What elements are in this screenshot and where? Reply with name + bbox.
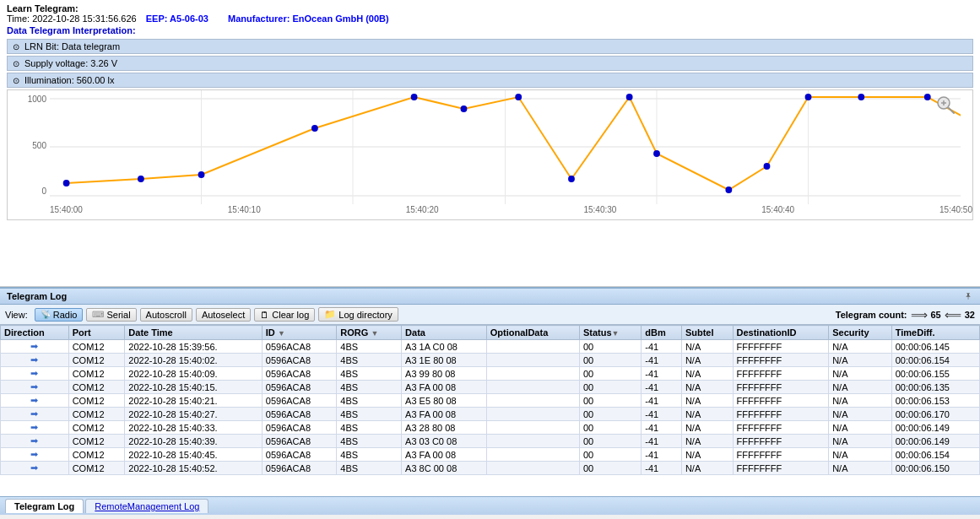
supply-voltage-row[interactable]: ⊙ Supply voltage: 3.26 V xyxy=(7,56,973,71)
autoselect-label: Autoselect xyxy=(202,310,245,320)
table-cell xyxy=(486,381,579,394)
serial-button[interactable]: ⌨ Serial xyxy=(86,308,136,322)
lrn-bit-row[interactable]: ⊙ LRN Bit: Data telegram xyxy=(7,39,973,54)
log-directory-label: Log directory xyxy=(338,310,393,320)
bottom-tabs: Telegram Log RemoteManagement Log xyxy=(0,496,980,515)
table-cell: 00 xyxy=(579,354,641,367)
radio-icon: 📡 xyxy=(41,310,51,319)
col-subtel[interactable]: Subtel xyxy=(681,326,733,340)
autoselect-button[interactable]: Autoselect xyxy=(196,308,251,322)
col-security[interactable]: Security xyxy=(829,326,892,340)
svg-point-9 xyxy=(138,176,144,182)
table-cell: 2022-10-28 15:40:33. xyxy=(125,421,262,435)
table-container[interactable]: Direction Port Date Time ID ▼ RORG ▼ Dat… xyxy=(0,325,980,496)
table-cell: FFFFFFFF xyxy=(733,408,829,421)
col-dbm[interactable]: dBm xyxy=(642,326,682,340)
table-cell: N/A xyxy=(829,408,892,421)
learn-telegram-section: Learn Telegram: Time: 2022-10-28 15:31:5… xyxy=(7,3,973,35)
table-row[interactable]: ➡COM122022-10-28 15:40:39.0596ACA84BSA3 … xyxy=(1,435,980,448)
col-data[interactable]: Data xyxy=(402,326,487,340)
table-cell: 00:00:06.149 xyxy=(891,421,979,435)
table-cell xyxy=(486,435,579,448)
radio-button[interactable]: 📡 Radio xyxy=(35,308,84,322)
table-cell: 00 xyxy=(579,435,641,448)
table-cell: 0596ACA8 xyxy=(262,354,337,367)
table-row[interactable]: ➡COM122022-10-28 15:40:33.0596ACA84BSA3 … xyxy=(1,421,980,435)
col-optional[interactable]: OptionalData xyxy=(486,326,579,340)
table-cell: N/A xyxy=(681,462,733,475)
col-datetime[interactable]: Date Time xyxy=(125,326,262,340)
table-cell: 00:00:06.149 xyxy=(891,435,979,448)
table-cell: N/A xyxy=(829,367,892,381)
autoscroll-label: Autoscroll xyxy=(146,310,187,320)
table-row[interactable]: ➡COM122022-10-28 15:40:45.0596ACA84BSA3 … xyxy=(1,448,980,462)
table-cell xyxy=(486,408,579,421)
table-cell: ➡ xyxy=(1,462,69,475)
table-cell: N/A xyxy=(681,408,733,421)
svg-point-18 xyxy=(725,187,732,193)
col-id[interactable]: ID ▼ xyxy=(262,326,337,340)
view-label: View: xyxy=(5,310,28,320)
table-row[interactable]: ➡COM122022-10-28 15:39:56.0596ACA84BSA3 … xyxy=(1,340,980,354)
col-dest[interactable]: DestinationID xyxy=(733,326,829,340)
table-cell xyxy=(486,394,579,408)
col-direction[interactable]: Direction xyxy=(1,326,69,340)
col-status[interactable]: Status▼ xyxy=(579,326,641,340)
magnifier-icon[interactable] xyxy=(935,95,957,116)
table-cell: A3 1E 80 08 xyxy=(402,354,487,367)
table-cell: A3 1A C0 08 xyxy=(402,340,487,354)
svg-point-14 xyxy=(515,94,522,100)
col-timediff[interactable]: TimeDiff. xyxy=(891,326,979,340)
chart-svg xyxy=(50,90,961,204)
table-cell: N/A xyxy=(829,340,892,354)
table-row[interactable]: ➡COM122022-10-28 15:40:02.0596ACA84BSA3 … xyxy=(1,354,980,367)
tab-remote-management[interactable]: RemoteManagement Log xyxy=(85,499,208,513)
table-cell: FFFFFFFF xyxy=(733,354,829,367)
table-row[interactable]: ➡COM122022-10-28 15:40:09.0596ACA84BSA3 … xyxy=(1,367,980,381)
table-cell: N/A xyxy=(681,381,733,394)
table-cell: 00:00:06.135 xyxy=(891,381,979,394)
table-cell: A3 FA 00 08 xyxy=(402,381,487,394)
table-row[interactable]: ➡COM122022-10-28 15:40:27.0596ACA84BSA3 … xyxy=(1,408,980,421)
lrn-label: LRN Bit: Data telegram xyxy=(24,41,120,51)
col-rorg[interactable]: RORG ▼ xyxy=(337,326,402,340)
table-row[interactable]: ➡COM122022-10-28 15:40:21.0596ACA84BSA3 … xyxy=(1,394,980,408)
svg-point-13 xyxy=(461,105,468,112)
svg-point-19 xyxy=(764,163,771,170)
table-cell: 00:00:06.154 xyxy=(891,448,979,462)
filter-icon: ▼ xyxy=(278,329,285,338)
clear-log-button[interactable]: 🗒 Clear log xyxy=(254,308,315,322)
table-cell: A3 03 C0 08 xyxy=(402,435,487,448)
col-port[interactable]: Port xyxy=(68,326,125,340)
log-directory-button[interactable]: 📁 Log directory xyxy=(318,307,398,322)
telegram-log-section: Telegram Log 🖈 View: 📡 Radio ⌨ Serial Au… xyxy=(0,287,980,515)
table-cell: 2022-10-28 15:40:21. xyxy=(125,394,262,408)
table-cell: 00 xyxy=(579,421,641,435)
svg-point-17 xyxy=(653,150,660,157)
telegram-table: Direction Port Date Time ID ▼ RORG ▼ Dat… xyxy=(0,325,980,475)
table-cell: A3 E5 80 08 xyxy=(402,394,487,408)
table-cell: COM12 xyxy=(68,435,125,448)
svg-point-16 xyxy=(626,94,633,100)
filter-icon3: ▼ xyxy=(612,329,620,338)
table-cell: FFFFFFFF xyxy=(733,448,829,462)
table-cell: -41 xyxy=(642,394,682,408)
table-cell: 0596ACA8 xyxy=(262,381,337,394)
table-cell: N/A xyxy=(681,354,733,367)
illumination-row[interactable]: ⊙ Illumination: 560.00 lx xyxy=(7,73,973,88)
table-cell: 00:00:06.145 xyxy=(891,340,979,354)
manufacturer-value: Manufacturer: EnOcean GmbH (00B) xyxy=(228,14,389,24)
pin-icon[interactable]: 🖈 xyxy=(964,291,973,301)
table-cell: N/A xyxy=(681,340,733,354)
table-cell: 0596ACA8 xyxy=(262,448,337,462)
table-cell: 00:00:06.155 xyxy=(891,367,979,381)
table-cell: ➡ xyxy=(1,448,69,462)
x-label-4: 15:40:40 xyxy=(761,205,794,214)
table-cell: FFFFFFFF xyxy=(733,435,829,448)
table-row[interactable]: ➡COM122022-10-28 15:40:52.0596ACA84BSA3 … xyxy=(1,462,980,475)
autoscroll-button[interactable]: Autoscroll xyxy=(140,308,192,322)
tab-telegram-log[interactable]: Telegram Log xyxy=(5,499,84,513)
table-row[interactable]: ➡COM122022-10-28 15:40:15.0596ACA84BSA3 … xyxy=(1,381,980,394)
table-cell: COM12 xyxy=(68,462,125,475)
table-cell: 00 xyxy=(579,367,641,381)
